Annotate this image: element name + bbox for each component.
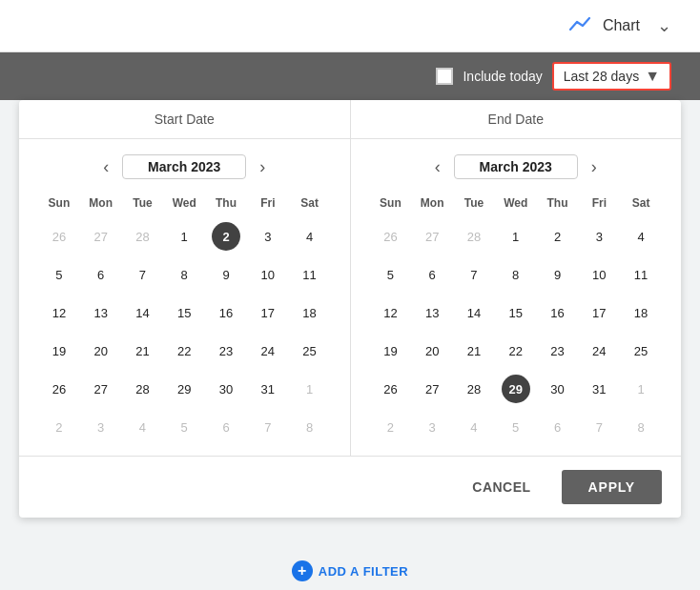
table-row[interactable]: 11 (620, 255, 662, 294)
table-row[interactable]: 2 (205, 217, 247, 255)
table-row[interactable]: 16 (537, 294, 579, 332)
table-row[interactable]: 2 (38, 408, 80, 446)
left-cal-month-input[interactable] (122, 154, 246, 179)
table-row[interactable]: 28 (453, 370, 495, 408)
chevron-down-icon[interactable]: ⌄ (657, 15, 671, 36)
table-row[interactable]: 7 (247, 408, 289, 446)
table-row[interactable]: 28 (453, 217, 495, 255)
table-row[interactable]: 28 (122, 217, 164, 255)
table-row[interactable]: 24 (578, 332, 620, 370)
table-row[interactable]: 4 (289, 217, 331, 255)
table-row[interactable]: 22 (163, 332, 205, 370)
table-row[interactable]: 27 (411, 370, 453, 408)
table-row[interactable]: 9 (205, 255, 247, 294)
table-row[interactable]: 8 (495, 255, 537, 294)
table-row[interactable]: 4 (122, 408, 164, 446)
table-row[interactable]: 30 (537, 370, 579, 408)
last28-dropdown[interactable]: Last 28 days ▼ (552, 62, 671, 91)
table-row[interactable]: 23 (537, 332, 579, 370)
table-row[interactable]: 30 (205, 370, 247, 408)
table-row[interactable]: 6 (537, 408, 579, 446)
table-row[interactable]: 24 (247, 332, 289, 370)
table-row[interactable]: 15 (163, 294, 205, 332)
table-row[interactable]: 5 (495, 408, 537, 446)
table-row[interactable]: 25 (620, 332, 662, 370)
table-row[interactable]: 20 (80, 332, 122, 370)
table-row[interactable]: 2 (537, 217, 579, 255)
table-row[interactable]: 13 (411, 294, 453, 332)
table-row[interactable]: 19 (38, 332, 80, 370)
table-row[interactable]: 12 (38, 294, 80, 332)
table-row[interactable]: 15 (495, 294, 537, 332)
table-row[interactable]: 17 (247, 294, 289, 332)
table-row[interactable]: 26 (38, 217, 80, 255)
table-row[interactable]: 19 (370, 332, 412, 370)
table-row[interactable]: 31 (247, 370, 289, 408)
day-of-week-header: Wed (495, 193, 537, 217)
chart-line-icon (568, 14, 595, 38)
table-row[interactable]: 23 (205, 332, 247, 370)
table-row[interactable]: 14 (453, 294, 495, 332)
table-row[interactable]: 27 (411, 217, 453, 255)
table-row[interactable]: 31 (578, 370, 620, 408)
table-row[interactable]: 22 (495, 332, 537, 370)
table-row[interactable]: 3 (80, 408, 122, 446)
table-row[interactable]: 7 (122, 255, 164, 294)
table-row[interactable]: 2 (370, 408, 412, 446)
include-today-checkbox[interactable] (436, 68, 453, 85)
table-row[interactable]: 26 (370, 217, 412, 255)
table-row[interactable]: 26 (38, 370, 80, 408)
table-row[interactable]: 21 (453, 332, 495, 370)
table-row[interactable]: 17 (578, 294, 620, 332)
table-row[interactable]: 3 (411, 408, 453, 446)
add-filter-button[interactable]: + ADD A FILTER (292, 560, 408, 581)
date-headers: Start Date End Date (19, 100, 681, 139)
day-of-week-header: Fri (578, 193, 620, 217)
table-row[interactable]: 4 (453, 408, 495, 446)
table-row[interactable]: 1 (289, 370, 331, 408)
table-row[interactable]: 10 (247, 255, 289, 294)
table-row[interactable]: 8 (620, 408, 662, 446)
table-row[interactable]: 5 (163, 408, 205, 446)
table-row[interactable]: 7 (578, 408, 620, 446)
right-cal-prev-btn[interactable]: ‹ (429, 155, 446, 179)
table-row[interactable]: 6 (411, 255, 453, 294)
table-row[interactable]: 5 (370, 255, 412, 294)
table-row[interactable]: 29 (495, 370, 537, 408)
right-cal-next-btn[interactable]: › (586, 155, 603, 179)
table-row[interactable]: 14 (122, 294, 164, 332)
table-row[interactable]: 6 (205, 408, 247, 446)
table-row[interactable]: 1 (495, 217, 537, 255)
table-row[interactable]: 6 (80, 255, 122, 294)
table-row[interactable]: 29 (163, 370, 205, 408)
table-row[interactable]: 3 (578, 217, 620, 255)
table-row[interactable]: 8 (289, 408, 331, 446)
left-cal-prev-btn[interactable]: ‹ (97, 155, 114, 179)
right-cal-month-input[interactable] (454, 154, 578, 179)
table-row[interactable]: 5 (38, 255, 80, 294)
table-row[interactable]: 1 (620, 370, 662, 408)
table-row[interactable]: 1 (163, 217, 205, 255)
table-row[interactable]: 21 (122, 332, 164, 370)
table-row[interactable]: 20 (411, 332, 453, 370)
table-row[interactable]: 16 (205, 294, 247, 332)
table-row[interactable]: 18 (620, 294, 662, 332)
table-row[interactable]: 18 (289, 294, 331, 332)
cancel-button[interactable]: CANCEL (457, 472, 546, 502)
table-row[interactable]: 27 (80, 217, 122, 255)
table-row[interactable]: 11 (289, 255, 331, 294)
table-row[interactable]: 10 (578, 255, 620, 294)
left-cal-next-btn[interactable]: › (254, 155, 271, 179)
table-row[interactable]: 27 (80, 370, 122, 408)
table-row[interactable]: 4 (620, 217, 662, 255)
table-row[interactable]: 7 (453, 255, 495, 294)
table-row[interactable]: 26 (370, 370, 412, 408)
apply-button[interactable]: APPLY (562, 470, 662, 504)
table-row[interactable]: 13 (80, 294, 122, 332)
table-row[interactable]: 8 (163, 255, 205, 294)
table-row[interactable]: 28 (122, 370, 164, 408)
table-row[interactable]: 12 (370, 294, 412, 332)
table-row[interactable]: 25 (289, 332, 331, 370)
table-row[interactable]: 9 (537, 255, 579, 294)
table-row[interactable]: 3 (247, 217, 289, 255)
